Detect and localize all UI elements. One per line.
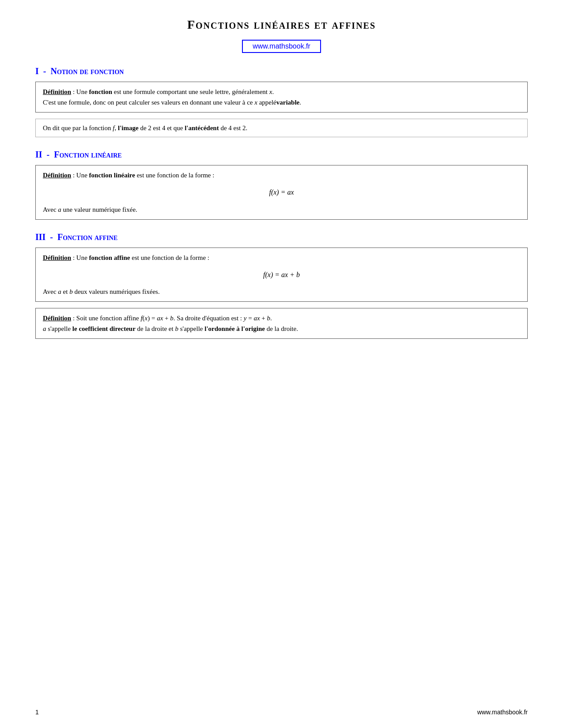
section-2: II - Fonction linéaire Définition : Une … — [35, 150, 528, 220]
footer-website: www.mathsbook.fr — [477, 709, 528, 716]
page-title: Fonctions linéaires et affines — [35, 18, 528, 32]
section-3: III - Fonction affine Définition : Une f… — [35, 232, 528, 339]
note-text-1: On dit que par la fonction f, l'image de… — [43, 124, 247, 131]
section-1-title: I - Notion de fonction — [35, 66, 528, 76]
definition-after-2: Avec a une valeur numérique fixée. — [43, 206, 137, 213]
footer-page-number: 1 — [35, 709, 39, 716]
definition-text-3: Définition : Une fonction affine est une… — [43, 254, 209, 261]
note-box-1: On dit que par la fonction f, l'image de… — [35, 119, 528, 137]
website-link[interactable]: www.mathsbook.fr — [242, 40, 321, 53]
footer: 1 www.mathsbook.fr — [0, 709, 563, 716]
section-3-title: III - Fonction affine — [35, 232, 528, 242]
definition-text-4a: Définition : Soit une fonction affine f(… — [43, 315, 272, 322]
definition-box-2: Définition : Une fonction linéaire est u… — [35, 165, 528, 220]
section-1: I - Notion de fonction Définition : Une … — [35, 66, 528, 137]
definition-box-3: Définition : Une fonction affine est une… — [35, 248, 528, 302]
definition-text-1b: C'est une formule, donc on peut calculer… — [43, 99, 301, 106]
page: Fonctions linéaires et affines www.maths… — [0, 0, 563, 728]
definition-text-4b: a s'appelle le coefficient directeur de … — [43, 325, 298, 332]
definition-text-2: Définition : Une fonction linéaire est u… — [43, 172, 214, 179]
section-2-title: II - Fonction linéaire — [35, 150, 528, 160]
definition-box-1: Définition : Une fonction est une formul… — [35, 82, 528, 113]
definition-after-3: Avec a et b deux valeurs numériques fixé… — [43, 288, 160, 295]
definition-text-1a: Définition : Une fonction est une formul… — [43, 88, 274, 95]
formula-affine: f(x) = ax + b — [43, 269, 520, 281]
definition-box-4: Définition : Soit une fonction affine f(… — [35, 308, 528, 339]
formula-linear: f(x) = ax — [43, 187, 520, 198]
